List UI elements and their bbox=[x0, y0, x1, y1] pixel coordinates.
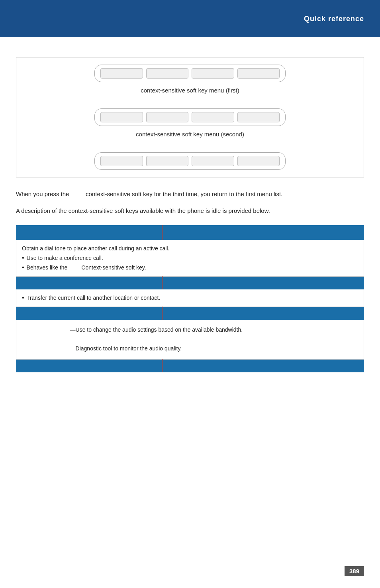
page-title: Quick reference bbox=[304, 14, 364, 23]
table-header-row-4 bbox=[16, 360, 364, 372]
table-content-cell-1: Obtain a dial tone to place another call… bbox=[16, 240, 364, 277]
header-bar: Quick reference bbox=[0, 0, 380, 37]
soft-key-bar-1 bbox=[94, 65, 286, 82]
bullet-item: Transfer the current call to another loc… bbox=[22, 293, 358, 302]
table-header-cell-6 bbox=[162, 307, 364, 319]
diagram-row-1: context-sensitive soft key menu (first) bbox=[16, 57, 364, 101]
diagram-row-2: context-sensitive soft key menu (second) bbox=[16, 101, 364, 145]
table-header-cell-1 bbox=[16, 226, 163, 240]
table-header-row-2 bbox=[16, 277, 364, 289]
body-text-2: A description of the context-sensitive s… bbox=[16, 206, 364, 216]
table-header-cell-7 bbox=[16, 360, 163, 372]
diagram-label-1: context-sensitive soft key menu (first) bbox=[141, 87, 239, 94]
diagram-label-2: context-sensitive soft key menu (second) bbox=[136, 131, 244, 138]
page-number: 389 bbox=[345, 566, 364, 576]
soft-key-segment bbox=[192, 156, 234, 166]
table-content-row-1: Obtain a dial tone to place another call… bbox=[16, 240, 364, 277]
table-header-cell-8 bbox=[162, 360, 364, 372]
table-header-cell-5 bbox=[16, 307, 163, 319]
soft-key-segment bbox=[192, 112, 234, 122]
soft-key-segment bbox=[100, 112, 143, 122]
diagram-box: context-sensitive soft key menu (first) … bbox=[16, 57, 364, 177]
body-text-1: When you press the context-sensitive sof… bbox=[16, 189, 364, 199]
table-content-row-2: Transfer the current call to another loc… bbox=[16, 289, 364, 307]
table-content-cell-3: —Use to change the audio settings based … bbox=[16, 319, 364, 359]
table-header-row-3 bbox=[16, 307, 364, 319]
soft-key-segment bbox=[192, 68, 234, 79]
bullet-item: Behaves like the Context-sensitive soft … bbox=[22, 263, 358, 273]
bullet-item: Use to make a conference call. bbox=[22, 254, 358, 263]
soft-key-bar-3 bbox=[94, 152, 286, 170]
soft-key-segment bbox=[237, 156, 280, 166]
soft-key-segment bbox=[146, 156, 189, 166]
diagram-row-3 bbox=[16, 145, 364, 177]
soft-key-segment bbox=[100, 156, 143, 166]
soft-key-segment bbox=[100, 68, 143, 79]
soft-key-segment bbox=[146, 68, 189, 79]
reference-table: Obtain a dial tone to place another call… bbox=[16, 225, 364, 372]
soft-key-bar-2 bbox=[94, 108, 286, 126]
table-header-row-1 bbox=[16, 226, 364, 240]
table-header-cell-4 bbox=[162, 277, 364, 289]
soft-key-segment bbox=[237, 68, 280, 79]
table-content-row-3: —Use to change the audio settings based … bbox=[16, 319, 364, 359]
table-header-cell-3 bbox=[16, 277, 163, 289]
table-header-cell-2 bbox=[162, 226, 364, 240]
soft-key-segment bbox=[146, 112, 189, 122]
main-content: context-sensitive soft key menu (first) … bbox=[0, 37, 380, 396]
soft-key-segment bbox=[237, 112, 280, 122]
table-content-cell-2: Transfer the current call to another loc… bbox=[16, 289, 364, 307]
